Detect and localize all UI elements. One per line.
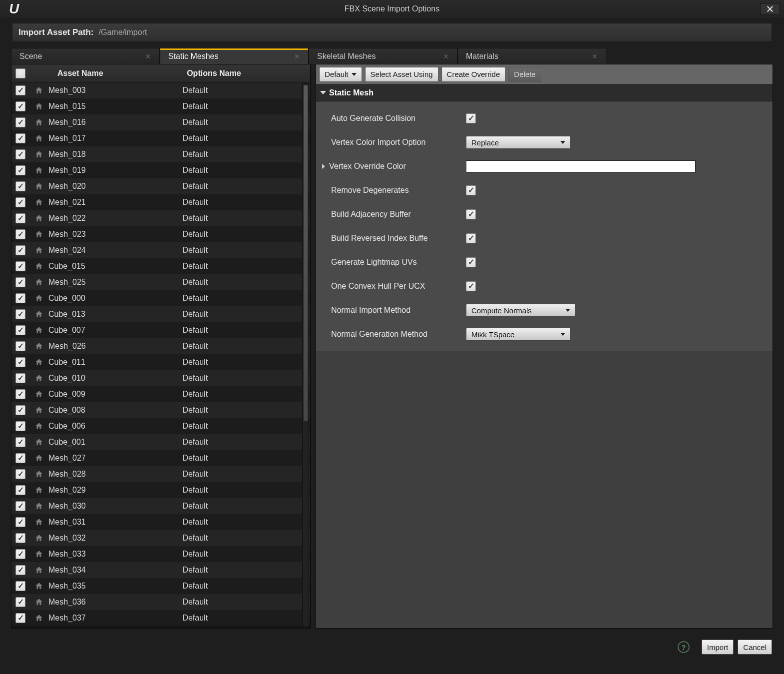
asset-checkbox[interactable] (15, 421, 25, 431)
import-button[interactable]: Import (702, 640, 734, 655)
asset-row[interactable]: Mesh_035Default (11, 578, 310, 594)
asset-checkbox[interactable] (15, 549, 25, 559)
remove-degenerates-checkbox[interactable] (466, 185, 476, 195)
asset-row[interactable]: Cube_001Default (11, 434, 310, 450)
asset-checkbox[interactable] (15, 325, 25, 335)
delete-button[interactable]: Delete (508, 67, 541, 82)
asset-row[interactable]: Mesh_028Default (11, 466, 310, 482)
asset-checkbox[interactable] (15, 533, 25, 543)
prop-label[interactable]: Vertex Override Color (326, 162, 466, 171)
tab-close-icon[interactable]: ✕ (443, 52, 449, 60)
asset-row[interactable]: Mesh_017Default (11, 130, 310, 146)
asset-row[interactable]: Mesh_036Default (11, 594, 310, 610)
vertex-color-dropdown[interactable]: Replace (466, 136, 571, 149)
asset-row[interactable]: Mesh_019Default (11, 162, 310, 178)
asset-checkbox[interactable] (15, 133, 25, 143)
asset-checkbox[interactable] (15, 405, 25, 415)
asset-row[interactable]: Mesh_024Default (11, 242, 310, 258)
asset-checkbox[interactable] (15, 501, 25, 511)
asset-checkbox[interactable] (15, 389, 25, 399)
asset-checkbox[interactable] (15, 357, 25, 367)
asset-row[interactable]: Mesh_025Default (11, 274, 310, 290)
asset-row[interactable]: Mesh_033Default (11, 546, 310, 562)
asset-row[interactable]: Mesh_030Default (11, 498, 310, 514)
asset-row[interactable]: Mesh_023Default (11, 226, 310, 242)
asset-checkbox[interactable] (15, 85, 25, 95)
asset-checkbox[interactable] (15, 565, 25, 575)
asset-row[interactable]: Mesh_003Default (11, 82, 310, 98)
asset-row[interactable]: Cube_013Default (11, 306, 310, 322)
asset-row[interactable]: Mesh_026Default (11, 338, 310, 354)
asset-checkbox[interactable] (15, 309, 25, 319)
asset-checkbox[interactable] (15, 485, 25, 495)
asset-checkbox[interactable] (15, 181, 25, 191)
asset-checkbox[interactable] (15, 581, 25, 591)
asset-row[interactable]: Mesh_015Default (11, 98, 310, 114)
tab-scene[interactable]: Scene✕ (11, 48, 160, 64)
auto-collision-checkbox[interactable] (466, 113, 476, 123)
asset-row[interactable]: Mesh_020Default (11, 178, 310, 194)
asset-checkbox[interactable] (15, 373, 25, 383)
vertex-override-color-swatch[interactable] (466, 160, 696, 172)
asset-row[interactable]: Mesh_029Default (11, 482, 310, 498)
asset-checkbox[interactable] (15, 613, 25, 623)
asset-checkbox[interactable] (15, 229, 25, 239)
asset-checkbox[interactable] (15, 277, 25, 287)
asset-checkbox[interactable] (15, 261, 25, 271)
tab-close-icon[interactable]: ✕ (294, 52, 300, 60)
header-options-name[interactable]: Options Name (187, 69, 310, 78)
tab-close-icon[interactable]: ✕ (145, 52, 151, 60)
asset-row[interactable]: Cube_015Default (11, 258, 310, 274)
asset-list-scrollbar[interactable] (302, 83, 309, 627)
asset-checkbox[interactable] (15, 213, 25, 223)
asset-row[interactable]: Cube_007Default (11, 322, 310, 338)
create-override-button[interactable]: Create Override (441, 67, 506, 82)
normal-generation-dropdown[interactable]: Mikk TSpace (466, 328, 571, 341)
asset-row[interactable]: Mesh_022Default (11, 210, 310, 226)
asset-checkbox[interactable] (15, 293, 25, 303)
asset-row[interactable]: Mesh_032Default (11, 530, 310, 546)
reversed-index-checkbox[interactable] (466, 233, 476, 243)
asset-checkbox[interactable] (15, 437, 25, 447)
asset-checkbox[interactable] (15, 453, 25, 463)
tab-materials[interactable]: Materials✕ (457, 48, 606, 64)
asset-checkbox[interactable] (15, 101, 25, 111)
section-header[interactable]: Static Mesh (316, 84, 773, 101)
asset-checkbox[interactable] (15, 149, 25, 159)
cancel-button[interactable]: Cancel (738, 640, 772, 655)
asset-row[interactable]: Cube_011Default (11, 354, 310, 370)
adjacency-checkbox[interactable] (466, 209, 476, 219)
asset-row[interactable]: Cube_006Default (11, 418, 310, 434)
header-asset-name[interactable]: Asset Name (41, 69, 187, 78)
tab-static-meshes[interactable]: Static Meshes✕ (160, 48, 309, 64)
asset-row[interactable]: Mesh_018Default (11, 146, 310, 162)
asset-row[interactable]: Cube_000Default (11, 290, 310, 306)
lightmap-checkbox[interactable] (466, 257, 476, 267)
asset-row[interactable]: Mesh_031Default (11, 514, 310, 530)
scrollbar-thumb[interactable] (303, 85, 308, 421)
tab-close-icon[interactable]: ✕ (592, 52, 598, 60)
asset-checkbox[interactable] (15, 197, 25, 207)
asset-row[interactable]: Cube_008Default (11, 402, 310, 418)
asset-row[interactable]: Cube_009Default (11, 386, 310, 402)
convex-hull-checkbox[interactable] (466, 281, 476, 291)
asset-row[interactable]: Mesh_034Default (11, 562, 310, 578)
close-button[interactable] (760, 3, 780, 15)
select-all-checkbox[interactable] (15, 68, 25, 78)
select-asset-using-button[interactable]: Select Asset Using (365, 67, 438, 82)
tab-skeletal-meshes[interactable]: Skeletal Meshes✕ (309, 48, 457, 64)
help-icon[interactable]: ? (678, 641, 690, 653)
asset-row[interactable]: Mesh_016Default (11, 114, 310, 130)
default-preset-dropdown[interactable]: Default (319, 67, 362, 82)
asset-checkbox[interactable] (15, 517, 25, 527)
asset-row[interactable]: Cube_010Default (11, 370, 310, 386)
normal-import-dropdown[interactable]: Compute Normals (466, 304, 576, 317)
asset-checkbox[interactable] (15, 469, 25, 479)
asset-checkbox[interactable] (15, 117, 25, 127)
asset-checkbox[interactable] (15, 165, 25, 175)
asset-row[interactable]: Mesh_037Default (11, 610, 310, 626)
asset-checkbox[interactable] (15, 341, 25, 351)
asset-checkbox[interactable] (15, 597, 25, 607)
import-path-value[interactable]: /Game/import (99, 28, 147, 37)
asset-checkbox[interactable] (15, 245, 25, 255)
